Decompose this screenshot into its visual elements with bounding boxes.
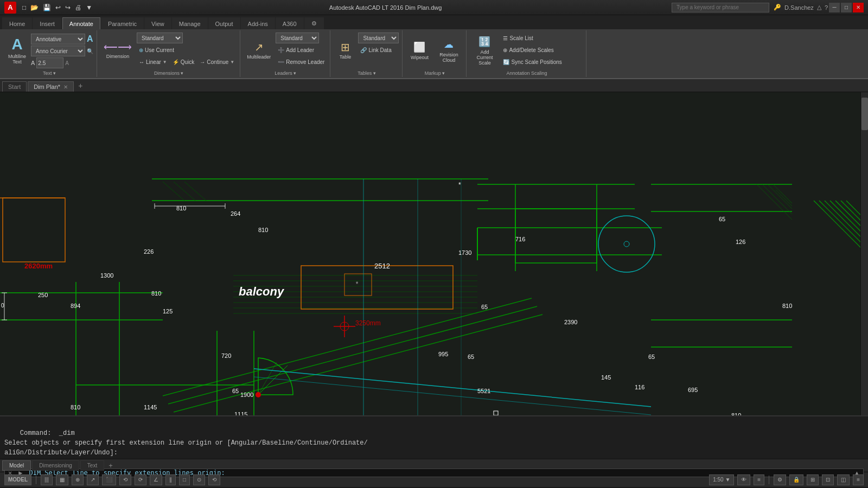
redo-button[interactable]: ↪ [63, 3, 72, 12]
annotation-scaling-group-label: Annotation Scaling [467, 70, 586, 76]
link-data-button[interactable]: 🔗 Link Data [358, 44, 399, 55]
continue-button[interactable]: → Continue ▼ [197, 56, 237, 67]
dyn-button[interactable]: ∠ [150, 474, 162, 485]
polar-button[interactable]: ↗ [87, 474, 99, 485]
add-tab-button[interactable]: + [75, 80, 86, 92]
table-button[interactable]: ⊞ Table [334, 31, 356, 69]
workspace-button[interactable]: ⚙ [774, 474, 786, 485]
search-input[interactable] [672, 3, 769, 12]
lineweight-button[interactable]: ∥ [165, 474, 176, 485]
dimension-button[interactable]: ⟵⟶ Dimension [101, 31, 135, 69]
plot-button[interactable]: 🖨 [73, 3, 83, 12]
dim-995: 995 [438, 351, 448, 357]
leader-style-dropdown[interactable]: Standard [276, 33, 319, 43]
dimensions-group: ⟵⟶ Dimension Standard ⊕ Use Current [98, 30, 240, 77]
svg-text:*: * [356, 280, 359, 288]
text-style-dropdown[interactable]: Annotative [31, 34, 85, 44]
auto-scale-button[interactable]: ≡ [754, 474, 764, 485]
tab-insert[interactable]: Insert [33, 17, 62, 29]
app-icon: A [4, 2, 16, 14]
scale-list-button[interactable]: ☰ Scale List [501, 33, 564, 43]
model-tab[interactable]: Model [2, 460, 31, 471]
add-current-scale-button[interactable]: 🔢 AddCurrentScale [470, 31, 499, 69]
tab-dim-plan[interactable]: Dim Plan* ✕ [28, 81, 74, 92]
annotation-visibility-button[interactable]: 👁 [737, 474, 750, 485]
tab-parametric[interactable]: Parametric [101, 17, 144, 29]
revision-cloud-button[interactable]: ☁ RevisionCloud [435, 31, 463, 69]
add-layout-tab-button[interactable]: + [105, 460, 116, 471]
dim-116: 116 [635, 384, 644, 390]
tab-manage[interactable]: Manage [172, 17, 208, 29]
new-button[interactable]: □ [21, 3, 28, 12]
revision-cloud-label: RevisionCloud [439, 52, 458, 63]
open-button[interactable]: 📂 [29, 3, 40, 12]
command-area: Command: _dim Select objects or specify … [0, 415, 868, 459]
customize-button[interactable]: ≡ [853, 474, 864, 485]
transparency-button[interactable]: □ [179, 474, 190, 485]
ortho-button[interactable]: ⊕ [72, 474, 84, 485]
close-button[interactable]: ✕ [853, 3, 864, 12]
annotation-scale-button[interactable]: 1:50 ▼ [709, 474, 734, 485]
tab-start-label: Start [8, 84, 21, 90]
remove-leader-button[interactable]: ➖ Remove Leader [276, 56, 327, 67]
text-tab[interactable]: Text [80, 460, 104, 471]
grid-display-button[interactable]: ||| [41, 474, 53, 485]
text-size-input[interactable] [36, 57, 63, 68]
selection-cycling-button[interactable]: ⊙ [193, 474, 205, 485]
dimensioning-tab[interactable]: Dimensioning [32, 460, 79, 471]
vertical-scrollbar[interactable] [860, 92, 868, 415]
tab-output[interactable]: Output [208, 17, 240, 29]
tab-start[interactable]: Start [2, 81, 27, 92]
dim-65-4: 65 [232, 388, 239, 394]
remove-leader-icon: ➖ [278, 59, 284, 65]
table-label: Table [340, 54, 352, 60]
hardware-acceleration-button[interactable]: ⊡ [822, 474, 834, 485]
tab-annotate[interactable]: Annotate [62, 17, 100, 29]
drawing-canvas-area[interactable]: * [0, 92, 868, 415]
model-status-button[interactable]: MODEL [4, 474, 31, 485]
add-leader-button[interactable]: ➕ Add Leader [276, 44, 327, 55]
quick-button[interactable]: ⚡ Quick [170, 56, 197, 67]
lock-ui-button[interactable]: 🔒 [789, 474, 803, 485]
save-button[interactable]: 💾 [41, 3, 53, 12]
restore-button[interactable]: □ [841, 3, 852, 12]
ribbon: Home Insert Annotate Parametric View Man… [0, 15, 868, 79]
undo-button[interactable]: ↩ [54, 3, 62, 12]
multiline-text-button[interactable]: A MultilineText [5, 31, 29, 69]
qat-dropdown[interactable]: ▼ [84, 3, 94, 12]
multiline-text-label: MultilineText [8, 54, 26, 65]
add-delete-scales-button[interactable]: ⊕ Add/Delete Scales [501, 44, 564, 55]
sync-scale-positions-button[interactable]: 🔄 Sync Scale Positions [501, 56, 564, 67]
minimize-button[interactable]: ─ [829, 3, 840, 12]
otrack-button[interactable]: ⟲ [119, 474, 131, 485]
tab-addins[interactable]: Add-ins [241, 17, 275, 29]
tab-home[interactable]: Home [2, 17, 32, 29]
dim-264: 264 [231, 210, 240, 217]
dim-style-dropdown[interactable]: Standard [137, 33, 183, 43]
dim-1145: 1145 [144, 404, 157, 410]
font-dropdown[interactable]: Anno Courier [31, 46, 85, 56]
linear-button[interactable]: ↔ Linear ▼ [137, 56, 169, 67]
markup-group: ⬜ Wipeout ☁ RevisionCloud Markup ▾ [403, 30, 467, 77]
wipeout-button[interactable]: ⬜ Wipeout [406, 31, 432, 69]
isolate-objects-button[interactable]: ⊞ [807, 474, 819, 485]
titlebar: A □ 📂 💾 ↩ ↪ 🖨 ▼ Autodesk AutoCAD LT 2016… [0, 0, 868, 15]
text-size-icon-b: A [65, 60, 69, 66]
multileader-button[interactable]: ↗ Multileader [244, 31, 273, 69]
clean-screen-button[interactable]: ◫ [837, 474, 850, 485]
find-text-icon: 🔍 [87, 48, 93, 54]
table-style-dropdown[interactable]: Standard [358, 33, 399, 43]
tab-a360[interactable]: A360 [276, 17, 304, 29]
tab-view[interactable]: View [144, 17, 171, 29]
tab-settings[interactable]: ⚙ [304, 17, 324, 29]
snap-button[interactable]: ▦ [56, 474, 68, 485]
ducs-button[interactable]: ⟳ [135, 474, 146, 485]
dim-810-1: 810 [176, 205, 186, 211]
use-current-button[interactable]: ⊕ Use Current [137, 44, 237, 55]
annotation-monitor-button[interactable]: ⟲ [208, 474, 220, 485]
dim-2390: 2390 [564, 319, 577, 325]
continue-icon: → [200, 59, 205, 65]
osnap-button[interactable]: ⬛ [102, 474, 116, 485]
tab-dim-plan-close[interactable]: ✕ [63, 84, 68, 90]
v-scroll-thumb[interactable] [861, 98, 868, 130]
